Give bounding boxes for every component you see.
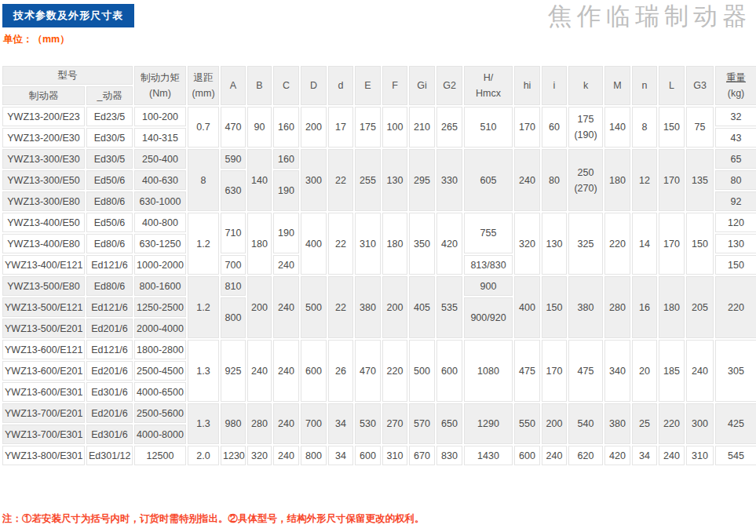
table-cell-text: 34 (639, 450, 650, 461)
header-cell-text: n (642, 80, 648, 91)
table-cell: 75 (686, 107, 714, 148)
table-cell: 20 (632, 340, 657, 402)
table-cell-text: 220 (728, 302, 744, 313)
table-cell-text: 425 (728, 418, 744, 429)
header-cell-text: 退距 (194, 72, 214, 83)
table-cell: Ed23/5 (86, 107, 133, 126)
table-cell: 270 (382, 403, 407, 444)
table-cell: 240 (273, 255, 299, 275)
table-cell-text: YWZ13-600/E201 (5, 366, 82, 377)
table-cell: 340 (604, 340, 630, 402)
table-cell-text: 34 (335, 418, 346, 429)
table-cell-text: 220 (663, 418, 680, 429)
table-cell-text: Ed50/6 (94, 217, 126, 228)
table-cell: 250-400 (134, 149, 186, 169)
table-cell-text: 16 (639, 302, 650, 313)
table-cell-text: 150 (546, 302, 563, 313)
table-cell: 700 (221, 255, 246, 275)
table-cell: 170 (659, 213, 685, 275)
table-cell: 180 (604, 149, 630, 211)
table-cell-text: 240 (663, 450, 680, 461)
table-cell: 4000-6500 (134, 382, 186, 402)
table-cell: 405 (409, 276, 435, 338)
header-cell: A (221, 66, 246, 105)
table-cell-text: 810 (225, 281, 242, 292)
table-cell: 140-315 (134, 128, 186, 148)
table-cell-text: 32 (731, 111, 742, 122)
table-cell-text: 900 (480, 281, 497, 292)
header-cell-text: B (256, 80, 262, 91)
table-cell: 670 (409, 446, 435, 465)
table-cell-text: 600 (305, 366, 322, 377)
header-cell: C (273, 66, 299, 105)
table-cell-text: 310 (387, 450, 404, 461)
table-cell: 630-1000 (134, 191, 186, 211)
table-cell: 175(190) (568, 107, 603, 148)
table-cell: 160 (273, 149, 299, 169)
table-cell-text: 26 (335, 366, 346, 377)
header-cell: 制动力矩(Nm) (134, 66, 186, 105)
table-cell-text: 150 (728, 260, 744, 271)
table-cell-text: 240 (278, 366, 294, 377)
table-cell-text: 75 (695, 122, 706, 133)
header-cell-text: Gi (417, 80, 427, 91)
table-cell: Ed301/12 (86, 446, 133, 465)
table-cell: 210 (409, 107, 435, 148)
table-cell: Ed201/6 (86, 361, 133, 381)
table-cell-text: 1290 (477, 418, 499, 429)
table-cell: 80 (542, 149, 567, 211)
table-cell: 43 (715, 128, 756, 148)
table-cell-text: 2000-4000 (137, 323, 184, 334)
table-cell-text: 80 (549, 175, 560, 186)
table-cell: 600 (355, 446, 381, 465)
table-cell: 590 (221, 149, 246, 169)
table-cell: YWZ13-400/E80 (2, 234, 85, 253)
table-cell: 80 (715, 170, 756, 190)
table-cell-text: YWZ13-500/E121 (5, 302, 82, 313)
table-cell-text: 320 (251, 450, 268, 461)
table-cell: 26 (328, 340, 353, 402)
table-cell: 475 (568, 340, 603, 402)
header-cell-text: (mm) (192, 88, 214, 99)
table-cell: 205 (686, 276, 714, 338)
table-cell-text: 120 (728, 217, 744, 228)
table-cell-text: 2500-4500 (137, 366, 184, 377)
table-cell-text: 305 (728, 366, 744, 377)
table-cell-text: 1430 (477, 450, 499, 461)
table-cell: 2500-5600 (134, 403, 186, 423)
table-cell-text: 630-1000 (140, 196, 181, 207)
table-cell: YWZ13-300/E50 (2, 170, 85, 190)
table-cell: 180 (659, 276, 685, 338)
table-cell-text: 80 (731, 175, 742, 186)
table-cell-text: 590 (225, 154, 242, 165)
table-cell: 200 (247, 276, 272, 338)
table-cell-text: 160 (278, 122, 294, 133)
table-cell: 150 (659, 107, 685, 148)
table-cell-text: 510 (480, 122, 497, 133)
table-cell: 240 (273, 340, 299, 402)
table-cell: 1000-2000 (134, 255, 186, 275)
table-cell-text: Ed23/5 (94, 111, 126, 122)
table-cell: 1.3 (188, 340, 219, 402)
table-cell-text: 175 (360, 122, 376, 133)
footnote: 注：①若安装尺寸为括号内时，订货时需特别指出。②具体型号，结构外形尺寸保留更改的… (2, 512, 425, 526)
table-cell-text: 180 (251, 239, 268, 250)
table-cell-text: 813/830 (470, 260, 506, 271)
table-cell-text: 1000-2000 (137, 260, 184, 271)
table-cell: 295 (409, 149, 435, 211)
table-cell: YWZ13-500/E121 (2, 297, 85, 317)
table-cell-text: 605 (480, 175, 497, 186)
table-cell: 280 (604, 276, 630, 338)
table-cell-text: Ed50/6 (94, 175, 126, 186)
table-row: YWZ13-800/E301Ed301/12125002.01230320240… (2, 446, 756, 465)
table-cell-text: 220 (609, 239, 626, 250)
table-cell: 60 (542, 107, 567, 148)
table-cell: 240 (273, 446, 299, 465)
header-cell: G3 (686, 66, 714, 105)
table-cell-text: 90 (254, 122, 265, 133)
header-cell: 制动器 (2, 86, 85, 105)
page-title: 技术参数及外形尺寸表 (2, 4, 134, 27)
table-cell-text: YWZ13-400/E121 (5, 260, 82, 271)
header-cell-text: 制动力矩 (141, 72, 180, 83)
table-cell-text: 160 (278, 154, 294, 165)
